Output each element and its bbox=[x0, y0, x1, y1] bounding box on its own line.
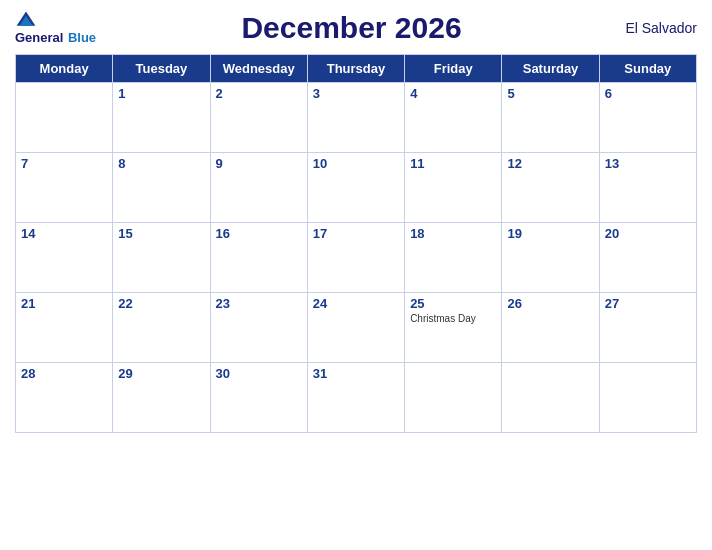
calendar-cell: 22 bbox=[113, 293, 210, 363]
weekday-friday: Friday bbox=[405, 55, 502, 83]
week-row-2: 78910111213 bbox=[16, 153, 697, 223]
calendar-cell: 24 bbox=[307, 293, 404, 363]
day-number: 26 bbox=[507, 296, 593, 311]
calendar-cell: 25Christmas Day bbox=[405, 293, 502, 363]
day-number: 11 bbox=[410, 156, 496, 171]
day-number: 23 bbox=[216, 296, 302, 311]
day-number: 24 bbox=[313, 296, 399, 311]
weekday-thursday: Thursday bbox=[307, 55, 404, 83]
weekday-monday: Monday bbox=[16, 55, 113, 83]
calendar-cell: 13 bbox=[599, 153, 696, 223]
calendar-cell: 17 bbox=[307, 223, 404, 293]
calendar-cell: 31 bbox=[307, 363, 404, 433]
day-number: 15 bbox=[118, 226, 204, 241]
day-number: 21 bbox=[21, 296, 107, 311]
day-number: 9 bbox=[216, 156, 302, 171]
day-event: Christmas Day bbox=[410, 313, 496, 324]
calendar-cell: 3 bbox=[307, 83, 404, 153]
calendar-page: General Blue December 2026 El Salvador M… bbox=[0, 0, 712, 550]
logo: General Blue bbox=[15, 10, 96, 46]
week-row-4: 2122232425Christmas Day2627 bbox=[16, 293, 697, 363]
weekday-sunday: Sunday bbox=[599, 55, 696, 83]
day-number: 6 bbox=[605, 86, 691, 101]
calendar-header: General Blue December 2026 El Salvador bbox=[15, 10, 697, 46]
weekday-wednesday: Wednesday bbox=[210, 55, 307, 83]
week-row-1: 123456 bbox=[16, 83, 697, 153]
calendar-cell: 27 bbox=[599, 293, 696, 363]
day-number: 14 bbox=[21, 226, 107, 241]
week-row-3: 14151617181920 bbox=[16, 223, 697, 293]
day-number: 8 bbox=[118, 156, 204, 171]
day-number: 13 bbox=[605, 156, 691, 171]
day-number: 25 bbox=[410, 296, 496, 311]
day-number: 2 bbox=[216, 86, 302, 101]
calendar-cell: 21 bbox=[16, 293, 113, 363]
day-number: 12 bbox=[507, 156, 593, 171]
calendar-cell: 1 bbox=[113, 83, 210, 153]
calendar-cell: 5 bbox=[502, 83, 599, 153]
weekday-tuesday: Tuesday bbox=[113, 55, 210, 83]
calendar-cell: 15 bbox=[113, 223, 210, 293]
weekday-header-row: MondayTuesdayWednesdayThursdayFridaySatu… bbox=[16, 55, 697, 83]
day-number: 3 bbox=[313, 86, 399, 101]
calendar-cell: 26 bbox=[502, 293, 599, 363]
calendar-cell: 7 bbox=[16, 153, 113, 223]
day-number: 16 bbox=[216, 226, 302, 241]
calendar-cell: 9 bbox=[210, 153, 307, 223]
calendar-cell bbox=[16, 83, 113, 153]
day-number: 7 bbox=[21, 156, 107, 171]
calendar-cell: 16 bbox=[210, 223, 307, 293]
week-row-5: 28293031 bbox=[16, 363, 697, 433]
calendar-cell: 11 bbox=[405, 153, 502, 223]
calendar-cell: 30 bbox=[210, 363, 307, 433]
calendar-table: MondayTuesdayWednesdayThursdayFridaySatu… bbox=[15, 54, 697, 433]
calendar-cell: 8 bbox=[113, 153, 210, 223]
day-number: 5 bbox=[507, 86, 593, 101]
calendar-cell: 29 bbox=[113, 363, 210, 433]
day-number: 17 bbox=[313, 226, 399, 241]
day-number: 4 bbox=[410, 86, 496, 101]
calendar-cell bbox=[599, 363, 696, 433]
calendar-cell: 20 bbox=[599, 223, 696, 293]
calendar-cell: 19 bbox=[502, 223, 599, 293]
weekday-saturday: Saturday bbox=[502, 55, 599, 83]
generalblue-icon bbox=[15, 10, 37, 28]
logo-general-text: General bbox=[15, 30, 63, 45]
day-number: 22 bbox=[118, 296, 204, 311]
day-number: 30 bbox=[216, 366, 302, 381]
day-number: 31 bbox=[313, 366, 399, 381]
calendar-title-block: December 2026 bbox=[96, 11, 607, 45]
calendar-cell: 14 bbox=[16, 223, 113, 293]
calendar-cell bbox=[405, 363, 502, 433]
day-number: 19 bbox=[507, 226, 593, 241]
calendar-cell: 18 bbox=[405, 223, 502, 293]
calendar-cell: 10 bbox=[307, 153, 404, 223]
day-number: 27 bbox=[605, 296, 691, 311]
calendar-cell: 2 bbox=[210, 83, 307, 153]
country-label: El Salvador bbox=[607, 20, 697, 36]
calendar-cell: 12 bbox=[502, 153, 599, 223]
day-number: 1 bbox=[118, 86, 204, 101]
day-number: 28 bbox=[21, 366, 107, 381]
calendar-cell bbox=[502, 363, 599, 433]
calendar-title: December 2026 bbox=[241, 11, 461, 44]
calendar-cell: 23 bbox=[210, 293, 307, 363]
day-number: 20 bbox=[605, 226, 691, 241]
logo-blue-text: Blue bbox=[68, 30, 96, 45]
day-number: 10 bbox=[313, 156, 399, 171]
day-number: 29 bbox=[118, 366, 204, 381]
calendar-cell: 4 bbox=[405, 83, 502, 153]
calendar-cell: 28 bbox=[16, 363, 113, 433]
calendar-cell: 6 bbox=[599, 83, 696, 153]
day-number: 18 bbox=[410, 226, 496, 241]
